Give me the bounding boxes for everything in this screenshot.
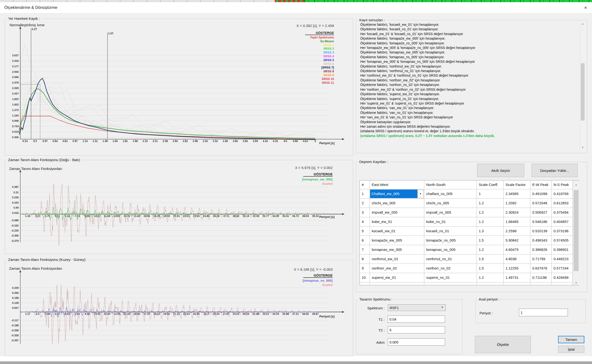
- scale-button[interactable]: Ölçekle: [475, 336, 531, 353]
- table-cell[interactable]: 0.711198: [530, 273, 552, 282]
- table-cell[interactable]: 1.2: [477, 208, 504, 217]
- table-cell[interactable]: lomapnas_ns_005: [424, 245, 477, 254]
- table-row[interactable]: 8northmul_ew_01northmul_ns_011.54.80380.…: [360, 254, 579, 264]
- table-cell[interactable]: chalfant_ns_005: [424, 189, 477, 198]
- table-cell[interactable]: northorr_ew_02: [370, 264, 424, 273]
- table-cell[interactable]: 1.3: [477, 227, 504, 236]
- dropdown-arrow-button[interactable]: ▼: [417, 189, 424, 198]
- table-row[interactable]: 6lomapa2e_ew_005lomapa2e_ns_0051.55.9084…: [360, 236, 579, 245]
- spektrum-select[interactable]: RSF1 ∨: [388, 304, 446, 311]
- table-cell[interactable]: 9: [360, 264, 370, 273]
- table-cell[interactable]: 0.572048: [530, 199, 552, 208]
- table-cell[interactable]: 0.396501: [552, 245, 573, 254]
- table-row[interactable]: 2chichi_ew_005chichi_ns_0051.21.20920.57…: [360, 199, 579, 208]
- table-cell[interactable]: northmul_ns_01: [424, 254, 477, 264]
- table-cell[interactable]: 0.404857: [552, 217, 573, 226]
- table-cell[interactable]: 0.496343: [530, 236, 552, 245]
- table-cell[interactable]: 7: [360, 245, 370, 254]
- table-cell[interactable]: superst_ew_01: [370, 273, 424, 282]
- table-cell[interactable]: 1.2: [477, 199, 504, 208]
- table-cell[interactable]: 1.12255: [504, 264, 530, 273]
- table-row[interactable]: 10superst_ew_01superst_ns_011.21.497310.…: [360, 273, 579, 282]
- table-cell[interactable]: 0.418769: [552, 189, 573, 198]
- close-icon[interactable]: ×: [582, 4, 589, 11]
- cancel-button[interactable]: İptal: [558, 346, 584, 353]
- table-cell[interactable]: 3: [360, 208, 370, 217]
- table-cell[interactable]: 0.375494: [552, 208, 573, 217]
- east-west-dropdown[interactable]: Chalfant_ew_005▼: [370, 189, 424, 198]
- table-row[interactable]: 5kocaeli_ew_01kocaeli_ns_011.32.25980.52…: [360, 227, 579, 236]
- table-cell[interactable]: 0.577244: [552, 264, 573, 273]
- table-cell[interactable]: 1: [477, 189, 504, 198]
- table-cell[interactable]: 0.520139: [530, 227, 552, 236]
- table-cell[interactable]: impvall_ew_005: [370, 208, 424, 217]
- table-cell[interactable]: lomapa2e_ns_005: [424, 236, 477, 245]
- table-cell[interactable]: 0.448223: [552, 254, 573, 264]
- t1-field[interactable]: [388, 316, 445, 323]
- ok-button[interactable]: Tamam: [558, 336, 584, 343]
- table-cell[interactable]: 10: [360, 273, 370, 282]
- table-cell[interactable]: chichi_ns_005: [424, 199, 477, 208]
- records-table[interactable]: #East-WestNorth-SouthScale Coeff.Scale F…: [359, 180, 579, 285]
- table-cell[interactable]: 4.8038: [504, 254, 530, 264]
- scroll-down-icon[interactable]: ∨: [573, 280, 579, 285]
- table-cell[interactable]: kocaeli_ew_01: [370, 227, 424, 236]
- load-from-file-button[interactable]: Dosyadan Yükle...: [532, 164, 578, 177]
- table-cell[interactable]: 0.637976: [530, 264, 552, 273]
- table-cell[interactable]: 1.2: [477, 245, 504, 254]
- table-cell[interactable]: kocaeli_ns_01: [424, 227, 477, 236]
- table-row[interactable]: 1Chalfant_ew_005▼chalfant_ns_00512.34585…: [360, 189, 579, 199]
- table-cell[interactable]: 0.491099: [530, 189, 552, 198]
- table-cell[interactable]: 0.428499: [552, 273, 573, 282]
- table-cell[interactable]: 2.30924: [504, 208, 530, 217]
- table-cell[interactable]: lomapa2e_ew_005: [370, 236, 424, 245]
- table-cell[interactable]: northmul_ew_01: [370, 254, 424, 264]
- table-cell[interactable]: 0.71799: [530, 254, 552, 264]
- table-row[interactable]: 4kobe_ew_01kobe_ns_011.21.684850.5461860…: [360, 217, 579, 227]
- scroll-up-icon[interactable]: ∧: [580, 21, 585, 26]
- log-scrollbar[interactable]: ∧ ∨: [580, 21, 585, 150]
- table-cell[interactable]: 0.506927: [530, 208, 552, 217]
- table-cell[interactable]: 0.546186: [530, 217, 552, 226]
- table-cell[interactable]: 0.612853: [552, 199, 573, 208]
- log-scrollbar-thumb[interactable]: [581, 63, 585, 121]
- table-cell[interactable]: 5: [360, 227, 370, 236]
- table-cell[interactable]: impvall_ns_005: [424, 208, 477, 217]
- scroll-up-icon[interactable]: ∧: [573, 182, 579, 187]
- scroll-down-icon[interactable]: ∨: [580, 145, 585, 150]
- table-cell[interactable]: 1.2: [477, 217, 504, 226]
- table-cell[interactable]: chichi_ew_005: [370, 199, 424, 208]
- table-cell[interactable]: 2.2598: [504, 227, 530, 236]
- table-cell[interactable]: 1.49731: [504, 273, 530, 282]
- table-cell[interactable]: superst_ns_01: [424, 273, 477, 282]
- table-cell[interactable]: 1.5: [477, 254, 504, 264]
- table-cell[interactable]: 5.90842: [504, 236, 530, 245]
- t2-field[interactable]: [388, 326, 445, 333]
- table-cell[interactable]: 2: [360, 199, 370, 208]
- table-cell[interactable]: 1.2: [477, 273, 504, 282]
- step-field[interactable]: [388, 338, 445, 346]
- table-row[interactable]: 9northorr_ew_02northorr_ns_021.51.122550…: [360, 264, 579, 273]
- table-cell[interactable]: 1: [360, 189, 370, 198]
- table-cell[interactable]: 0.373196: [552, 227, 573, 236]
- table-cell[interactable]: northorr_ns_02: [424, 264, 477, 273]
- table-cell[interactable]: kobe_ew_01: [370, 217, 424, 226]
- table-cell[interactable]: 1.5: [477, 236, 504, 245]
- table-cell[interactable]: kobe_ns_01: [424, 217, 477, 226]
- table-cell[interactable]: 0.386826: [530, 245, 552, 254]
- table-cell[interactable]: 8: [360, 254, 370, 264]
- table-cell[interactable]: 1.68485: [504, 217, 530, 226]
- periyot-field[interactable]: [519, 309, 568, 316]
- table-cell[interactable]: 4.60475: [504, 245, 530, 254]
- table-cell[interactable]: 1.2092: [504, 199, 530, 208]
- table-cell[interactable]: 6: [360, 236, 370, 245]
- table-scrollbar[interactable]: ∧ ∨: [573, 181, 579, 285]
- table-row[interactable]: 3impvall_ew_005impvall_ns_0051.22.309240…: [360, 208, 579, 217]
- table-cell[interactable]: 1.5: [477, 264, 504, 273]
- table-cell[interactable]: 2.34585: [504, 189, 530, 198]
- table-cell[interactable]: lomapnas_ew_005: [370, 245, 424, 254]
- smart-select-button[interactable]: Akıllı Seçim: [477, 164, 524, 177]
- table-cell[interactable]: 0.574505: [552, 236, 573, 245]
- table-row[interactable]: 7lomapnas_ew_005lomapnas_ns_0051.24.6047…: [360, 245, 579, 254]
- table-cell[interactable]: 4: [360, 217, 370, 226]
